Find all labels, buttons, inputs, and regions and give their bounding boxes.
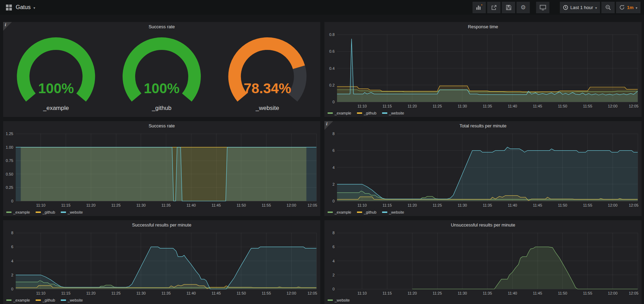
legend-label: _website (389, 111, 404, 115)
share-dashboard-button[interactable] (487, 2, 500, 13)
legend-color-dash (6, 299, 12, 301)
dashboards-grid-icon[interactable] (6, 4, 12, 11)
legend-item-_website[interactable]: _website (61, 298, 83, 302)
panel-title[interactable]: Successful results per minute (3, 220, 320, 230)
panel-title[interactable]: Success rate (3, 22, 320, 32)
legend-item-_example[interactable]: _example (6, 298, 30, 302)
x-axis: 11:1011:1511:2011:2511:3011:3511:4011:45… (36, 203, 317, 207)
legend-label: _github (43, 298, 55, 302)
legend-color-dash (382, 112, 387, 114)
dashboard-settings-button[interactable]: ⚙ (517, 2, 530, 13)
legend-item-_github[interactable]: _github (36, 298, 55, 302)
panel-info-corner-icon[interactable] (3, 22, 12, 31)
gauge-value: 78.34% (244, 81, 291, 96)
svg-text:11:45: 11:45 (533, 291, 542, 295)
y-axis: 02468 (332, 231, 335, 291)
gauge-_example: 100%_example (23, 44, 89, 111)
svg-text:12:05: 12:05 (307, 291, 317, 295)
dashboard-title: Gatus (16, 4, 31, 10)
legend-item-_github[interactable]: _github (357, 111, 376, 115)
legend-label: _github (364, 111, 376, 115)
panel-info-corner-icon[interactable] (324, 121, 333, 130)
svg-text:12:00: 12:00 (287, 291, 297, 295)
gauge-chart-area[interactable]: 100%_example100%_github78.34%_website (3, 32, 320, 117)
time-range-picker-button[interactable]: Last 1 hour ▾ (560, 2, 600, 13)
success-rate-chart-area[interactable]: 00.250.500.751.001.2511:1011:1511:2011:2… (3, 131, 320, 216)
svg-text:11:45: 11:45 (212, 203, 221, 207)
svg-text:0: 0 (332, 100, 335, 104)
save-dashboard-button[interactable] (502, 2, 515, 13)
unsuccessful-results-chart-area[interactable]: 0246811:1011:1511:2011:2511:3011:3511:40… (324, 230, 642, 304)
gauge-value: 100% (38, 81, 74, 96)
panel-title[interactable]: Total results per minute (324, 121, 642, 131)
svg-text:12:00: 12:00 (608, 104, 618, 108)
successful-results-chart-area[interactable]: 0246811:1011:1511:2011:2511:3011:3511:40… (3, 230, 320, 304)
svg-text:11:30: 11:30 (458, 291, 467, 295)
legend-item-_website[interactable]: _website (328, 298, 350, 302)
panel-title[interactable]: Unsuccessful results per minute (324, 220, 642, 230)
gauge-label: _github (152, 105, 171, 111)
svg-text:11:50: 11:50 (558, 291, 567, 295)
time-range-caret-icon: ▾ (595, 6, 597, 10)
chart-canvas: 00.250.500.751.001.2511:1011:1511:2011:2… (3, 131, 320, 216)
legend-item-_example[interactable]: _example (328, 210, 351, 214)
cycle-view-mode-button[interactable] (536, 2, 549, 13)
legend-item-_example[interactable]: _example (328, 111, 351, 115)
svg-text:11:45: 11:45 (212, 291, 221, 295)
svg-text:11:45: 11:45 (533, 203, 542, 207)
svg-text:8: 8 (11, 231, 13, 235)
legend-label: _website (68, 210, 83, 214)
svg-text:0: 0 (332, 287, 335, 291)
legend-label: _example (335, 210, 351, 214)
svg-text:8: 8 (332, 231, 335, 235)
legend-item-_website[interactable]: _website (382, 210, 404, 214)
svg-text:11:50: 11:50 (558, 104, 567, 108)
series-_website (16, 147, 316, 201)
svg-text:4: 4 (332, 259, 335, 263)
svg-text:11:35: 11:35 (483, 104, 492, 108)
legend-item-_website[interactable]: _website (61, 210, 83, 214)
series-_website (337, 147, 638, 201)
legend-item-_github[interactable]: _github (36, 210, 55, 214)
refresh-caret-icon: ▾ (636, 6, 637, 10)
svg-text:11:25: 11:25 (111, 203, 121, 207)
response-time-chart-area[interactable]: 00.20.40.60.811:1011:1511:2011:2511:3011… (324, 32, 642, 117)
chart-legend: _example_github_website (6, 210, 83, 214)
svg-text:12:05: 12:05 (629, 104, 638, 108)
svg-text:12:05: 12:05 (307, 203, 317, 207)
zoom-out-button[interactable] (601, 2, 615, 13)
svg-text:2: 2 (332, 182, 335, 186)
legend-label: _website (68, 298, 83, 302)
panel-title[interactable]: Success rate (3, 121, 320, 131)
legend-item-_website[interactable]: _website (382, 111, 404, 115)
legend-label: _example (13, 298, 30, 302)
svg-text:11:35: 11:35 (161, 291, 171, 295)
refresh-icon (619, 5, 625, 10)
top-navbar: Gatus ▾ ⚙ (0, 0, 644, 15)
svg-text:2: 2 (11, 273, 13, 277)
legend-color-dash (61, 212, 66, 213)
monitor-icon (540, 5, 546, 10)
svg-text:11:30: 11:30 (458, 203, 467, 207)
refresh-picker-button[interactable]: 1m ▾ (616, 2, 641, 13)
dashboard-title-button[interactable]: Gatus ▾ (16, 4, 35, 10)
grid (337, 233, 638, 289)
gauge-label: _example (43, 105, 69, 111)
svg-text:11:35: 11:35 (483, 203, 492, 207)
chart-legend: _example_github_website (328, 111, 404, 115)
legend-color-dash (6, 212, 12, 213)
y-axis: 00.250.500.751.001.25 (6, 132, 13, 203)
legend-color-dash (36, 212, 41, 213)
svg-text:11:40: 11:40 (508, 203, 517, 207)
svg-text:11:40: 11:40 (508, 104, 517, 108)
add-panel-button[interactable] (473, 2, 486, 13)
panel-success-rate-timeseries: Success rate 00.250.500.751.001.2511:101… (3, 121, 320, 216)
svg-text:0.8: 0.8 (329, 32, 335, 37)
svg-text:6: 6 (332, 245, 335, 249)
legend-item-_github[interactable]: _github (357, 210, 376, 214)
total-results-chart-area[interactable]: 0246811:1011:1511:2011:2511:3011:3511:40… (324, 131, 642, 216)
legend-item-_example[interactable]: _example (6, 210, 30, 214)
panel-title[interactable]: Response time (324, 22, 642, 32)
svg-text:11:10: 11:10 (36, 291, 45, 295)
legend-color-dash (357, 112, 362, 114)
